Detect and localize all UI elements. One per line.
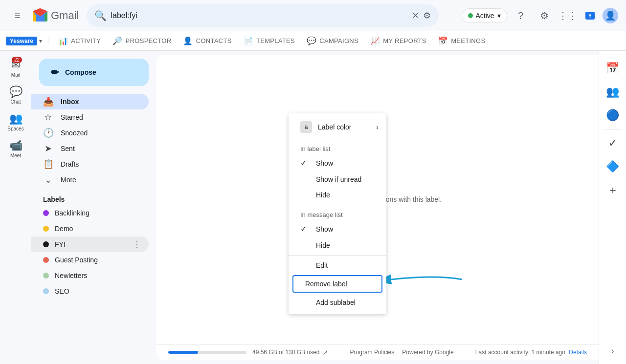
menu-divider-2 xyxy=(289,205,386,205)
yesware-top-logo[interactable]: Y xyxy=(581,10,599,21)
sidebar-item-snoozed[interactable]: 🕐 Snoozed xyxy=(31,125,149,141)
right-sidebar: 📅 👥 🔵 ✓ 🔷 ＋ › xyxy=(599,51,626,364)
label-demo[interactable]: Demo xyxy=(31,221,149,236)
side-icon-meet[interactable]: 📹 Meet xyxy=(0,135,31,162)
menu-item-remove-label[interactable]: Remove label xyxy=(292,275,382,293)
gmail-logo: Gmail xyxy=(31,7,79,24)
label-fyi-options-button[interactable]: ⋮ xyxy=(133,240,141,249)
search-clear-icon[interactable]: ✕ xyxy=(412,10,419,21)
main-content-area: There are no conversations with this lab… xyxy=(156,55,599,360)
sidebar-item-starred[interactable]: ☆ Starred xyxy=(31,109,149,125)
gmail-footer: 49.56 GB of 130 GB used ↗ Program Polici… xyxy=(156,344,599,360)
label-color-text: Label color xyxy=(318,123,352,131)
storage-amount: 49.56 GB of 130 GB used xyxy=(252,349,319,356)
menu-item-add-sublabel[interactable]: Add sublabel xyxy=(289,295,386,310)
spaces-label: Spaces xyxy=(7,126,23,131)
label-seo[interactable]: SEO xyxy=(31,283,149,299)
compose-label: Compose xyxy=(65,68,96,76)
right-icon-contacts-right[interactable]: 👥 xyxy=(603,82,623,102)
storage-progress-bar xyxy=(168,351,246,354)
check-icon-2: ✓ xyxy=(300,224,310,234)
manage-storage-icon[interactable]: ↗ xyxy=(322,348,328,356)
side-icon-spaces[interactable]: 👥 Spaces xyxy=(0,108,31,135)
menu-show-if-unread-label: Show if unread xyxy=(316,175,361,183)
main-layout: ✉ 22 Mail 💬 Chat 👥 Spaces 📹 Meet ✏ Compo… xyxy=(0,51,626,364)
sidebar-item-inbox[interactable]: 📥 Inbox xyxy=(31,94,149,109)
sidebar-item-drafts[interactable]: 📋 Drafts xyxy=(31,156,149,172)
inbox-label: Inbox xyxy=(61,98,79,106)
details-link[interactable]: Details xyxy=(569,349,587,356)
program-policies-link[interactable]: Program Policies xyxy=(350,349,395,356)
menu-item-hide[interactable]: Hide xyxy=(289,187,386,203)
snooze-icon: 🕐 xyxy=(43,128,53,138)
label-fyi[interactable]: FYI ⋮ xyxy=(31,236,149,252)
nav-meetings[interactable]: 📅 MEETINGS xyxy=(432,31,492,51)
gmail-sidebar: ✏ Compose 📥 Inbox ☆ Starred 🕐 Snoozed ➤ … xyxy=(31,51,156,364)
menu-item-label-color[interactable]: a Label color › xyxy=(289,117,386,137)
yesware-badge: Y xyxy=(585,12,595,20)
right-icon-app[interactable]: 🔷 xyxy=(603,157,623,176)
menu-item-show-if-unread[interactable]: Show if unread xyxy=(289,171,386,187)
search-bar: 🔍 ✕ ⚙ xyxy=(87,4,439,27)
active-label: Active xyxy=(476,12,494,20)
menu-show-msg-label: Show xyxy=(316,225,333,233)
settings-button[interactable]: ⚙ xyxy=(535,6,554,25)
label-newletters[interactable]: Newletters xyxy=(31,268,149,283)
nav-my-reports[interactable]: 📈 MY REPORTS xyxy=(364,31,432,51)
gmail-text: Gmail xyxy=(51,9,79,22)
storage-progress-fill xyxy=(168,351,198,354)
nav-prospector[interactable]: 🔎 PROSPECTOR xyxy=(107,31,177,51)
menu-item-hide-msg[interactable]: Hide xyxy=(289,237,386,253)
label-backlinking[interactable]: Backlinking xyxy=(31,205,149,221)
sent-label: Sent xyxy=(61,145,75,152)
drafts-icon: 📋 xyxy=(43,159,53,170)
menu-hide-label: Hide xyxy=(316,191,330,199)
right-sidebar-spacer xyxy=(612,212,613,342)
chat-label: Chat xyxy=(10,99,21,105)
top-bar-actions: Active ▾ ? ⚙ ⋮⋮ Y 👤 xyxy=(462,6,618,25)
hamburger-button[interactable]: ☰ xyxy=(8,6,27,25)
side-icon-chat[interactable]: 💬 Chat xyxy=(0,82,31,108)
label-dot-backlinking xyxy=(43,210,49,216)
label-guest-posting[interactable]: Guest Posting xyxy=(31,252,149,268)
right-icon-keep[interactable]: 🔵 xyxy=(603,106,623,125)
mail-label: Mail xyxy=(11,72,20,78)
menu-add-sublabel-label: Add sublabel xyxy=(316,299,356,306)
nav-contacts[interactable]: 👤 CONTACTS xyxy=(177,31,237,51)
active-status-badge[interactable]: Active ▾ xyxy=(462,8,507,23)
storage-text: 49.56 GB of 130 GB used ↗ xyxy=(252,348,328,356)
yesware-nav-logo[interactable]: Yesware ▾ xyxy=(6,37,48,45)
right-icon-add[interactable]: ＋ xyxy=(603,180,623,200)
menu-item-edit[interactable]: Edit xyxy=(289,257,386,273)
sidebar-item-sent[interactable]: ➤ Sent xyxy=(31,141,149,156)
labels-title: Labels xyxy=(31,192,156,205)
footer-links: Program Policies Powered by Google xyxy=(350,349,454,356)
more-chevron-icon: ⌄ xyxy=(43,174,53,185)
avatar[interactable]: 👤 xyxy=(603,8,618,23)
yesware-logo-badge: Yesware xyxy=(6,37,37,45)
apps-button[interactable]: ⋮⋮ xyxy=(558,6,578,25)
right-icon-yesware[interactable]: ✓ xyxy=(603,133,623,153)
label-newletters-text: Newletters xyxy=(55,272,87,279)
help-button[interactable]: ? xyxy=(511,6,531,25)
sidebar-item-more[interactable]: ⌄ More xyxy=(31,172,149,188)
search-input[interactable] xyxy=(111,11,408,20)
right-icon-calendar[interactable]: 📅 xyxy=(603,59,623,78)
compose-button[interactable]: ✏ Compose xyxy=(39,59,149,86)
right-sidebar-collapse-button[interactable]: › xyxy=(611,346,614,356)
right-sidebar-divider xyxy=(605,129,621,129)
yesware-nav-bar: Yesware ▾ 📊 ACTIVITY 🔎 PROSPECTOR 👤 CONT… xyxy=(0,31,626,51)
nav-activity[interactable]: 📊 ACTIVITY xyxy=(52,31,107,51)
menu-item-show-msg[interactable]: ✓ Show xyxy=(289,220,386,237)
context-menu: a Label color › In label list ✓ Show Sho… xyxy=(289,113,386,314)
nav-templates[interactable]: 📄 TEMPLATES xyxy=(238,31,301,51)
menu-item-show[interactable]: ✓ Show xyxy=(289,154,386,171)
side-icons: ✉ 22 Mail 💬 Chat 👥 Spaces 📹 Meet xyxy=(0,51,31,364)
search-filter-icon[interactable]: ⚙ xyxy=(423,10,431,21)
meet-icon: 📹 xyxy=(9,139,22,152)
gmail-m-icon xyxy=(31,7,49,24)
nav-campaigns[interactable]: 💬 CAMPAIGNS xyxy=(301,31,364,51)
menu-remove-label-text: Remove label xyxy=(305,280,347,288)
star-icon: ☆ xyxy=(43,112,53,123)
side-icon-mail[interactable]: ✉ 22 Mail xyxy=(0,55,31,82)
